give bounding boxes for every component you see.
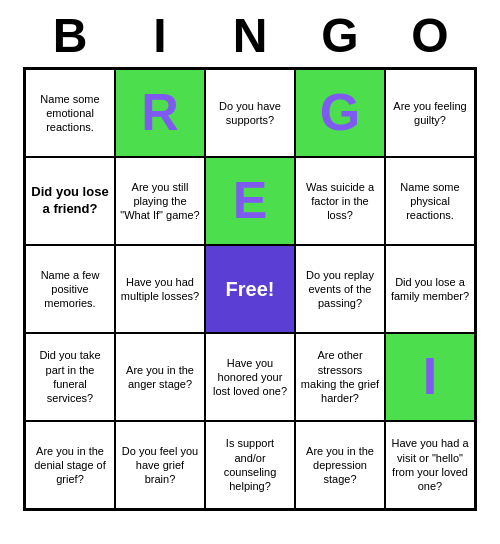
cell-0-3: G: [295, 69, 385, 157]
cell-1-1: Are you still playing the "What If" game…: [115, 157, 205, 245]
cell-4-3: Are you in the depression stage?: [295, 421, 385, 509]
cell-2-4: Did you lose a family member?: [385, 245, 475, 333]
cell-2-2: Free!: [205, 245, 295, 333]
cell-1-3: Was suicide a factor in the loss?: [295, 157, 385, 245]
bingo-board: Name some emotional reactions.RDo you ha…: [23, 67, 477, 511]
cell-4-2: Is support and/or counseling helping?: [205, 421, 295, 509]
cell-4-0: Are you in the denial stage of grief?: [25, 421, 115, 509]
grid-container: Name some emotional reactions.RDo you ha…: [23, 67, 477, 511]
cell-1-2: E: [205, 157, 295, 245]
cell-1-4: Name some physical reactions.: [385, 157, 475, 245]
header-letter-b: B: [25, 8, 115, 63]
cell-2-1: Have you had multiple losses?: [115, 245, 205, 333]
cell-1-0: Did you lose a friend?: [25, 157, 115, 245]
header-letter-i: I: [115, 8, 205, 63]
cell-3-1: Are you in the anger stage?: [115, 333, 205, 421]
cell-2-0: Name a few positive memories.: [25, 245, 115, 333]
header-letter-o: O: [385, 8, 475, 63]
cell-0-0: Name some emotional reactions.: [25, 69, 115, 157]
cell-2-3: Do you replay events of the passing?: [295, 245, 385, 333]
header-letter-n: N: [205, 8, 295, 63]
cell-0-4: Are you feeling guilty?: [385, 69, 475, 157]
cell-3-4: I: [385, 333, 475, 421]
bingo-header: BINGO: [0, 0, 500, 67]
cell-3-2: Have you honored your lost loved one?: [205, 333, 295, 421]
header-letter-g: G: [295, 8, 385, 63]
cell-0-1: R: [115, 69, 205, 157]
cell-0-2: Do you have supports?: [205, 69, 295, 157]
cell-4-1: Do you feel you have grief brain?: [115, 421, 205, 509]
cell-4-4: Have you had a visit or "hello" from you…: [385, 421, 475, 509]
cell-3-0: Did you take part in the funeral service…: [25, 333, 115, 421]
cell-3-3: Are other stressors making the grief har…: [295, 333, 385, 421]
